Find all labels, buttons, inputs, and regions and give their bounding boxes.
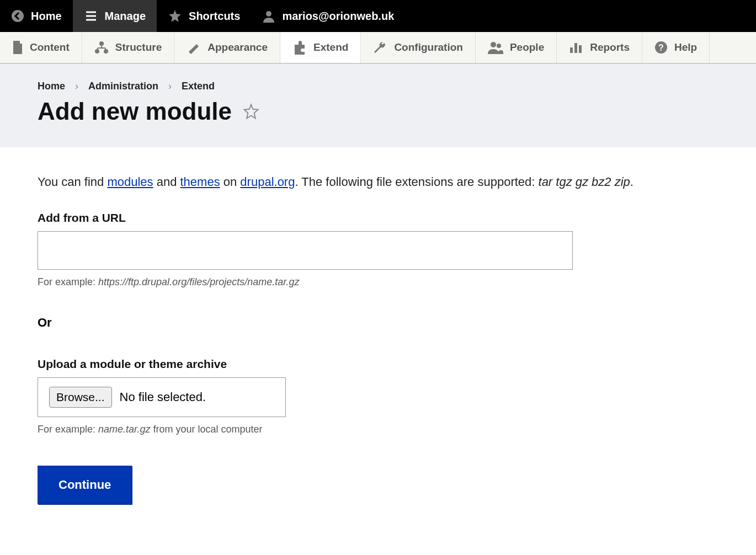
menu-extend[interactable]: Extend bbox=[280, 32, 361, 63]
svg-rect-8 bbox=[574, 43, 577, 53]
menu-appearance[interactable]: Appearance bbox=[174, 32, 280, 63]
menu-reports[interactable]: Reports bbox=[557, 32, 642, 63]
breadcrumb-home[interactable]: Home bbox=[38, 81, 65, 92]
url-input[interactable] bbox=[38, 231, 573, 270]
menu-help[interactable]: ? Help bbox=[642, 32, 710, 63]
breadcrumb-extend[interactable]: Extend bbox=[182, 81, 215, 92]
breadcrumb: Home › Administration › Extend bbox=[38, 81, 718, 92]
svg-point-2 bbox=[99, 41, 104, 46]
svg-point-3 bbox=[95, 49, 99, 54]
toolbar-shortcuts[interactable]: Shortcuts bbox=[157, 0, 251, 32]
or-separator: Or bbox=[38, 316, 718, 330]
back-icon bbox=[11, 9, 24, 23]
file-status: No file selected. bbox=[120, 390, 206, 404]
url-hint: For example: https://ftp.drupal.org/file… bbox=[38, 276, 718, 288]
toolbar-shortcuts-label: Shortcuts bbox=[189, 10, 240, 23]
file-icon bbox=[12, 41, 23, 54]
page-title: Add new module bbox=[38, 98, 232, 125]
menu-extend-label: Extend bbox=[313, 41, 348, 54]
menu-people-label: People bbox=[510, 41, 544, 54]
svg-text:?: ? bbox=[658, 43, 664, 52]
toolbar-user[interactable]: marios@orionweb.uk bbox=[251, 0, 405, 32]
modules-link[interactable]: modules bbox=[107, 175, 153, 189]
toolbar-user-label: marios@orionweb.uk bbox=[282, 10, 394, 23]
svg-rect-7 bbox=[570, 47, 573, 53]
breadcrumb-administration[interactable]: Administration bbox=[88, 81, 158, 92]
header-region: Home › Administration › Extend Add new m… bbox=[0, 64, 756, 147]
people-icon bbox=[488, 41, 503, 54]
themes-link[interactable]: themes bbox=[180, 175, 220, 189]
star-icon bbox=[168, 9, 182, 23]
toolbar-home[interactable]: Home bbox=[0, 0, 73, 32]
toolbar-primary: Home Manage Shortcuts marios@orionweb.uk bbox=[0, 0, 756, 32]
svg-point-0 bbox=[12, 10, 24, 22]
browse-button[interactable]: Browse... bbox=[49, 387, 112, 408]
structure-icon bbox=[94, 41, 109, 54]
menu-configuration[interactable]: Configuration bbox=[361, 32, 476, 63]
svg-point-1 bbox=[266, 11, 271, 17]
upload-hint: For example: name.tar.gz from your local… bbox=[38, 424, 718, 435]
toolbar-home-label: Home bbox=[31, 10, 62, 23]
appearance-icon bbox=[187, 41, 201, 54]
user-icon bbox=[262, 9, 275, 23]
chart-icon bbox=[569, 41, 583, 54]
supported-extensions: tar tgz gz bz2 zip bbox=[539, 175, 630, 189]
chevron-right-icon: › bbox=[75, 81, 78, 92]
hamburger-icon bbox=[84, 9, 98, 23]
svg-point-5 bbox=[491, 42, 496, 47]
url-field-label: Add from a URL bbox=[38, 211, 718, 225]
continue-button[interactable]: Continue bbox=[38, 466, 132, 504]
toolbar-manage-label: Manage bbox=[105, 10, 146, 23]
drupal-link[interactable]: drupal.org bbox=[240, 175, 295, 189]
menu-content[interactable]: Content bbox=[0, 32, 82, 63]
toolbar-manage[interactable]: Manage bbox=[73, 0, 157, 32]
file-input-wrapper[interactable]: Browse... No file selected. bbox=[38, 377, 286, 417]
extend-icon bbox=[292, 40, 307, 55]
help-icon: ? bbox=[654, 41, 668, 54]
menu-appearance-label: Appearance bbox=[207, 41, 268, 54]
svg-point-4 bbox=[104, 49, 108, 54]
chevron-right-icon: › bbox=[168, 81, 172, 92]
menu-structure-label: Structure bbox=[115, 41, 162, 54]
menu-help-label: Help bbox=[674, 41, 697, 54]
svg-rect-9 bbox=[579, 45, 582, 53]
menu-configuration-label: Configuration bbox=[394, 41, 463, 54]
svg-point-6 bbox=[497, 44, 501, 48]
upload-field-label: Upload a module or theme archive bbox=[38, 357, 718, 371]
menu-structure[interactable]: Structure bbox=[82, 32, 174, 63]
wrench-icon bbox=[373, 41, 387, 54]
menu-reports-label: Reports bbox=[590, 41, 630, 54]
menu-content-label: Content bbox=[30, 41, 70, 54]
intro-text: You can find modules and themes on drupa… bbox=[38, 175, 718, 189]
favorite-star-icon[interactable] bbox=[243, 103, 259, 120]
content: You can find modules and themes on drupa… bbox=[0, 147, 756, 532]
admin-menu: Content Structure Appearance Extend Conf… bbox=[0, 32, 756, 64]
menu-people[interactable]: People bbox=[476, 32, 557, 63]
